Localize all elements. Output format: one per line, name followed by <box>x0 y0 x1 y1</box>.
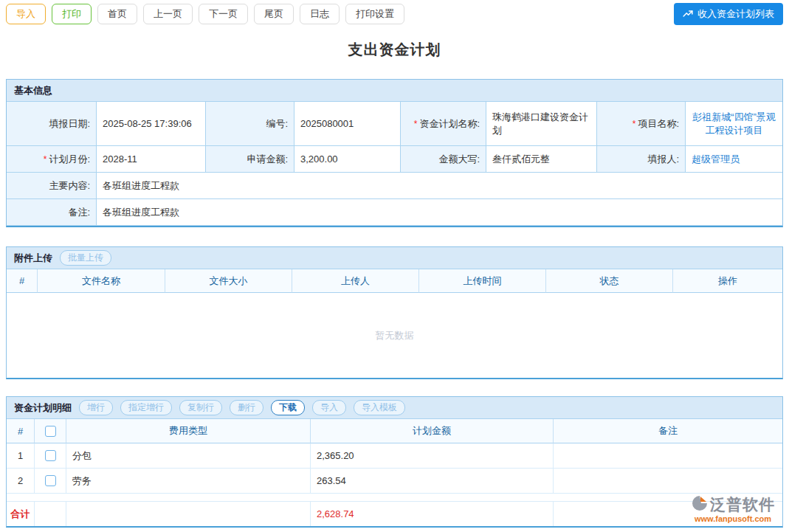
vendor-logo-icon <box>691 494 709 514</box>
fill-date-label: 填报日期: <box>7 102 97 146</box>
total-checkbox-cell <box>35 502 66 526</box>
plan-name-label: *资金计划名称: <box>401 102 486 146</box>
import-button[interactable]: 导入 <box>6 4 46 24</box>
number-label: 编号: <box>206 102 294 146</box>
filler-label: 填报人: <box>597 146 686 173</box>
page-title: 支出资金计划 <box>0 40 789 60</box>
required-mark: * <box>44 154 47 165</box>
details-panel: 资金计划明细 增行 指定增行 复制行 删行 下载 导入 导入模板 # 费用类型 … <box>6 396 783 528</box>
top-toolbar: 导入 打印 首页 上一页 下一页 尾页 日志 打印设置 收入资金计划列表 <box>0 0 789 25</box>
vendor-name: 泛普软件 <box>710 497 775 512</box>
trending-up-icon <box>683 9 693 19</box>
attachments-empty-state: 暂无数据 <box>7 293 782 378</box>
row-plan-amount: 2,365.20 <box>311 443 554 469</box>
import-rows-button[interactable]: 导入 <box>312 400 346 416</box>
last-page-button[interactable]: 尾页 <box>254 4 294 24</box>
attachments-title: 附件上传 <box>14 252 52 265</box>
filler-value[interactable]: 超级管理员 <box>686 146 782 173</box>
basic-info-title: 基本信息 <box>14 84 52 97</box>
first-page-button[interactable]: 首页 <box>97 4 137 24</box>
fill-date-value: 2025-08-25 17:39:06 <box>97 102 206 146</box>
amount-caps-label: 金额大写: <box>401 146 486 173</box>
attachments-panel: 附件上传 批量上传 # 文件名称 文件大小 上传人 上传时间 状态 操作 暂无数… <box>6 246 783 379</box>
dt-col-remark: 备注 <box>554 419 782 443</box>
required-mark: * <box>414 119 418 129</box>
apply-amount-label: 申请金额: <box>206 146 294 173</box>
income-fund-plan-list-label: 收入资金计划列表 <box>697 7 774 21</box>
row-checkbox-cell <box>35 443 66 469</box>
select-all-checkbox-cell <box>35 419 66 443</box>
row-checkbox[interactable] <box>45 450 56 461</box>
total-row: 合计 2,628.74 <box>7 502 782 526</box>
remark-value: 各班组进度工程款 <box>97 199 782 226</box>
download-button[interactable]: 下载 <box>271 400 305 416</box>
att-col-status: 状态 <box>546 269 673 293</box>
table-spacer-row <box>7 494 782 502</box>
remark-label: 备注: <box>7 199 97 226</box>
print-button[interactable]: 打印 <box>52 4 92 24</box>
att-col-index: # <box>7 269 38 293</box>
row-fee-type: 劳务 <box>66 469 311 494</box>
vendor-url: www.fanpusoft.com <box>695 515 771 523</box>
details-table-header: # 费用类型 计划金额 备注 <box>7 419 782 443</box>
table-row: 2 劳务 263.54 <box>7 469 782 494</box>
delete-row-button[interactable]: 删行 <box>230 400 263 416</box>
prev-page-button[interactable]: 上一页 <box>143 4 193 24</box>
log-button[interactable]: 日志 <box>300 4 340 24</box>
next-page-button[interactable]: 下一页 <box>199 4 248 24</box>
row-index: 2 <box>7 469 35 494</box>
plan-month-label: *计划月份: <box>7 146 97 173</box>
row-remark <box>554 443 782 469</box>
attachments-table-header: # 文件名称 文件大小 上传人 上传时间 状态 操作 <box>7 269 782 293</box>
att-col-actions: 操作 <box>673 269 782 293</box>
basic-info-panel: 基本信息 填报日期: 2025-08-25 17:39:06 编号: 20250… <box>6 79 783 227</box>
select-all-checkbox[interactable] <box>45 426 56 437</box>
attachments-header: 附件上传 批量上传 <box>7 247 782 269</box>
row-checkbox[interactable] <box>45 475 56 486</box>
total-label: 合计 <box>7 502 35 526</box>
project-name-value[interactable]: 彭祖新城“四馆”景观工程设计项目 <box>686 102 782 146</box>
att-col-file-name: 文件名称 <box>38 269 165 293</box>
att-col-upload-time: 上传时间 <box>419 269 546 293</box>
row-plan-amount: 263.54 <box>311 469 554 494</box>
details-title: 资金计划明细 <box>14 401 72 415</box>
main-content-label: 主要内容: <box>7 173 97 199</box>
att-col-uploader: 上传人 <box>292 269 419 293</box>
income-fund-plan-list-button[interactable]: 收入资金计划列表 <box>674 3 783 25</box>
details-header: 资金计划明细 增行 指定增行 复制行 删行 下载 导入 导入模板 <box>7 397 782 419</box>
required-mark: * <box>633 119 636 129</box>
row-remark <box>554 469 782 494</box>
table-row: 1 分包 2,365.20 <box>7 443 782 469</box>
vendor-watermark: 泛普软件 www.fanpusoft.com <box>691 494 775 523</box>
amount-caps-value: 叁仟贰佰元整 <box>486 146 597 173</box>
att-col-file-size: 文件大小 <box>165 269 292 293</box>
row-index: 1 <box>7 443 35 469</box>
project-name-label: *项目名称: <box>597 102 686 146</box>
copy-row-button[interactable]: 复制行 <box>179 400 222 416</box>
total-fee-type-cell <box>66 502 311 526</box>
main-content-value: 各班组进度工程款 <box>97 173 782 199</box>
dt-col-index: # <box>7 419 35 443</box>
print-settings-button[interactable]: 打印设置 <box>345 4 404 24</box>
dt-col-fee-type: 费用类型 <box>66 419 311 443</box>
number-value: 2025080001 <box>294 102 401 146</box>
batch-upload-button[interactable]: 批量上传 <box>60 250 111 266</box>
total-plan-amount: 2,628.74 <box>311 502 554 526</box>
row-checkbox-cell <box>35 469 66 494</box>
apply-amount-value: 3,200.00 <box>294 146 401 173</box>
plan-name-value: 珠海鹤港口建设资金计划 <box>486 102 597 146</box>
dt-col-plan-amount: 计划金额 <box>311 419 554 443</box>
import-template-button[interactable]: 导入模板 <box>354 400 405 416</box>
basic-info-grid: 填报日期: 2025-08-25 17:39:06 编号: 2025080001… <box>7 102 782 226</box>
add-row-button[interactable]: 增行 <box>79 400 113 416</box>
row-fee-type: 分包 <box>66 443 311 469</box>
basic-info-header: 基本信息 <box>7 80 782 102</box>
plan-month-value: 2028-11 <box>97 146 206 173</box>
insert-row-button[interactable]: 指定增行 <box>120 400 172 416</box>
